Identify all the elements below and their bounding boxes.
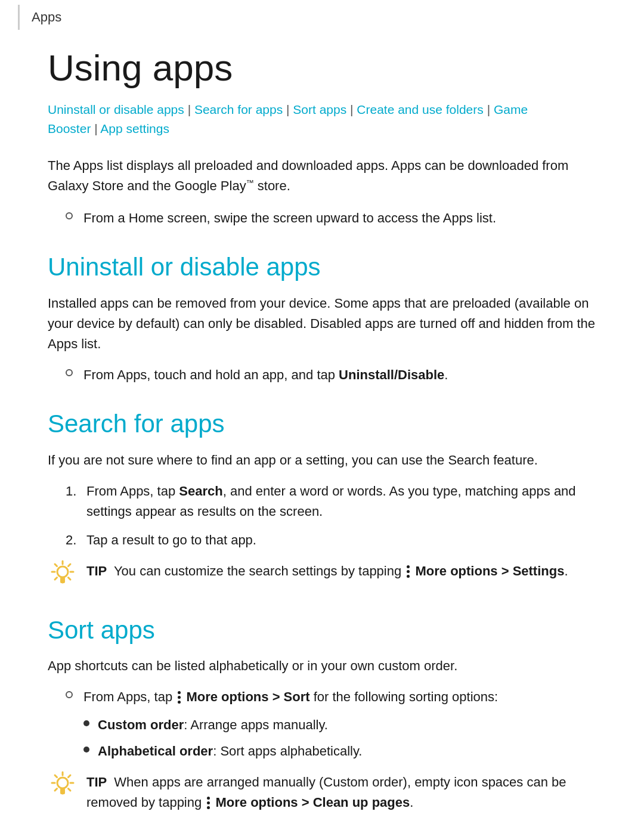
bullet-circle-icon: [66, 212, 73, 219]
toc-link-folders[interactable]: Create and use folders: [357, 103, 483, 116]
more-options-icon: [407, 565, 410, 578]
page-container: Apps Using apps Uninstall or disable app…: [0, 0, 644, 833]
tip-label-sort: TIP: [86, 775, 107, 789]
more-options-icon-sort-tip: [207, 797, 210, 809]
step-number-1: 1.: [66, 481, 86, 501]
svg-line-17: [69, 775, 71, 778]
svg-rect-19: [60, 788, 65, 794]
svg-line-8: [55, 578, 57, 580]
sort-sub-bullet-custom: Custom order: Arrange apps manually.: [83, 715, 596, 735]
sort-bullet-text: From Apps, tap More options > Sort for t…: [83, 687, 498, 707]
step-number-2: 2.: [66, 530, 86, 550]
toc-link-appsettings[interactable]: App settings: [100, 122, 169, 135]
search-tip-text: TIP You can customize the search setting…: [86, 561, 568, 581]
page-title: Using apps: [48, 48, 596, 88]
svg-line-7: [69, 564, 71, 566]
svg-line-5: [55, 564, 57, 566]
toc-links: Uninstall or disable apps | Search for a…: [48, 100, 596, 138]
bullet-circle-icon: [66, 691, 73, 698]
search-step-2-text: Tap a result to go to that app.: [86, 530, 256, 550]
search-step-1-text: From Apps, tap Search, and enter a word …: [86, 481, 596, 522]
sub-bullet-dot: [83, 747, 89, 753]
svg-rect-9: [60, 577, 65, 583]
search-body: If you are not sure where to find an app…: [48, 450, 596, 470]
svg-line-18: [55, 788, 57, 791]
sort-sub-bullet-custom-text: Custom order: Arrange apps manually.: [98, 715, 328, 735]
sort-tip-text: TIP When apps are arranged manually (Cus…: [86, 772, 596, 813]
search-numbered-list: 1. From Apps, tap Search, and enter a wo…: [66, 481, 596, 550]
section-heading-sort: Sort apps: [48, 615, 596, 645]
header-bar: Apps: [18, 5, 61, 30]
svg-point-0: [57, 566, 68, 577]
section-heading-search: Search for apps: [48, 409, 596, 439]
more-options-icon-sort: [178, 691, 181, 704]
sort-body: App shortcuts can be listed alphabetical…: [48, 656, 596, 676]
search-step-2: 2. Tap a result to go to that app.: [66, 530, 596, 550]
search-step-1: 1. From Apps, tap Search, and enter a wo…: [66, 481, 596, 522]
sort-bullet: From Apps, tap More options > Sort for t…: [66, 687, 596, 707]
intro-bullet-text: From a Home screen, swipe the screen upw…: [83, 208, 496, 228]
search-tip: TIP You can customize the search setting…: [48, 561, 596, 592]
toc-link-uninstall[interactable]: Uninstall or disable apps: [48, 103, 184, 116]
toc-link-sort[interactable]: Sort apps: [293, 103, 346, 116]
svg-point-10: [57, 778, 68, 788]
tip-icon-sort: [48, 770, 80, 803]
sub-bullet-dot: [83, 720, 89, 726]
toc-link-search[interactable]: Search for apps: [194, 103, 283, 116]
uninstall-bullet-text: From Apps, touch and hold an app, and ta…: [83, 365, 448, 385]
tip-icon: [48, 559, 80, 592]
uninstall-body: Installed apps can be removed from your …: [48, 293, 596, 354]
svg-line-6: [69, 578, 71, 580]
intro-text: The Apps list displays all preloaded and…: [48, 156, 596, 196]
sort-tip: TIP When apps are arranged manually (Cus…: [48, 772, 596, 813]
sort-sub-bullet-alpha: Alphabetical order: Sort apps alphabetic…: [83, 741, 596, 761]
sort-sub-bullet-alpha-text: Alphabetical order: Sort apps alphabetic…: [98, 741, 362, 761]
tip-label: TIP: [86, 563, 107, 578]
svg-line-16: [69, 788, 71, 791]
header-label: Apps: [32, 10, 61, 24]
main-content: Using apps Uninstall or disable apps | S…: [0, 0, 644, 833]
uninstall-bullet: From Apps, touch and hold an app, and ta…: [66, 365, 596, 385]
intro-bullet: From a Home screen, swipe the screen upw…: [66, 208, 596, 228]
svg-line-15: [55, 775, 57, 778]
section-heading-uninstall: Uninstall or disable apps: [48, 252, 596, 282]
bullet-circle-icon: [66, 369, 73, 376]
